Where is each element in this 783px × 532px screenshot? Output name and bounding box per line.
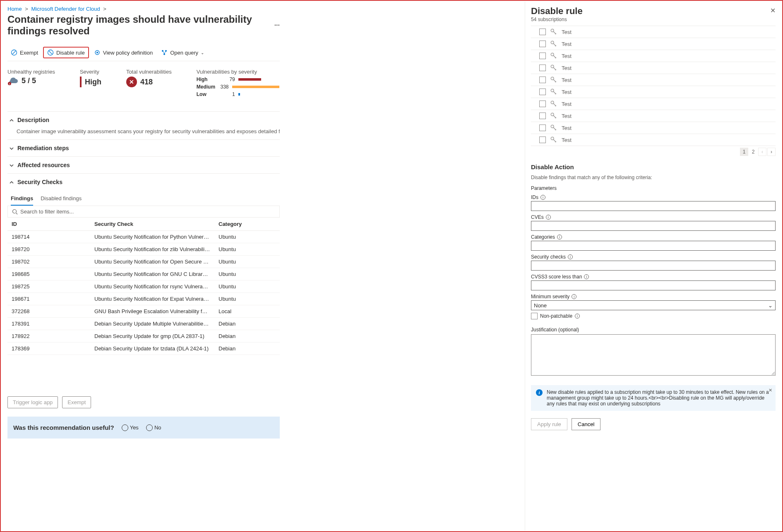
info-icon[interactable]: i bbox=[572, 294, 576, 299]
checkbox-icon[interactable] bbox=[539, 77, 546, 83]
checkbox-icon[interactable] bbox=[539, 53, 546, 59]
cell-id: 178369 bbox=[7, 343, 90, 355]
col-category[interactable]: Category bbox=[214, 218, 280, 231]
disable-rule-button[interactable]: Disable rule bbox=[43, 47, 89, 58]
non-patchable-checkbox[interactable]: Non-patchablei bbox=[531, 313, 776, 319]
subscription-row[interactable]: Test bbox=[531, 26, 776, 38]
cell-category: Ubuntu bbox=[214, 293, 280, 305]
sev-high-label: High bbox=[197, 77, 219, 82]
section-description-header[interactable]: Description bbox=[7, 112, 280, 128]
categories-input[interactable] bbox=[531, 241, 776, 251]
subscription-row[interactable]: Test bbox=[531, 134, 776, 146]
info-icon[interactable]: i bbox=[575, 314, 580, 319]
page-title: Container registry images should have vu… bbox=[7, 14, 280, 37]
exempt-icon bbox=[11, 49, 17, 56]
more-icon[interactable]: ··· bbox=[274, 22, 280, 29]
page-1[interactable]: 1 bbox=[740, 148, 748, 156]
ids-input[interactable] bbox=[531, 201, 776, 211]
table-row[interactable]: 198671Ubuntu Security Notification for E… bbox=[7, 293, 280, 305]
checkbox-icon[interactable] bbox=[539, 125, 546, 131]
trigger-logic-app-button[interactable]: Trigger logic app bbox=[7, 396, 58, 408]
breadcrumb-defender[interactable]: Microsoft Defender for Cloud bbox=[31, 6, 100, 12]
subscription-row[interactable]: Test bbox=[531, 110, 776, 122]
subscription-row[interactable]: Test bbox=[531, 74, 776, 86]
info-icon[interactable]: i bbox=[546, 215, 551, 220]
info-icon[interactable]: i bbox=[540, 195, 545, 200]
section-affected-header[interactable]: Affected resources bbox=[7, 157, 280, 173]
table-row[interactable]: 178922Debian Security Update for gmp (DL… bbox=[7, 330, 280, 343]
parameters-heading: Parameters bbox=[531, 185, 776, 191]
key-icon bbox=[550, 100, 557, 108]
page-prev-icon[interactable]: ‹ bbox=[758, 148, 766, 156]
table-row[interactable]: 178369Debian Security Update for tzdata … bbox=[7, 343, 280, 355]
tab-disabled-findings[interactable]: Disabled findings bbox=[41, 192, 82, 206]
exempt-button-bottom[interactable]: Exempt bbox=[62, 396, 91, 408]
svg-text:!: ! bbox=[9, 83, 10, 85]
open-query-button[interactable]: Open query ⌄ bbox=[158, 47, 207, 58]
apply-rule-button[interactable]: Apply rule bbox=[531, 418, 567, 430]
subscription-row[interactable]: Test bbox=[531, 62, 776, 74]
cvss-input[interactable] bbox=[531, 280, 776, 290]
query-icon bbox=[161, 49, 168, 56]
table-row[interactable]: 198720Ubuntu Security Notification for z… bbox=[7, 243, 280, 256]
checkbox-icon[interactable] bbox=[539, 113, 546, 119]
stat-by-severity: Vulnerabilities by severity High79 Mediu… bbox=[197, 69, 279, 99]
table-row[interactable]: 372268GNU Bash Privilege Escalation Vuln… bbox=[7, 305, 280, 318]
checkbox-icon[interactable] bbox=[539, 41, 546, 47]
col-id[interactable]: ID bbox=[7, 218, 90, 231]
info-icon[interactable]: i bbox=[568, 254, 573, 259]
subscription-name: Test bbox=[562, 125, 572, 131]
col-check[interactable]: Security Check bbox=[90, 218, 214, 231]
chevron-right-icon: > bbox=[25, 6, 28, 12]
svg-line-1 bbox=[12, 51, 16, 54]
min-severity-label: Minimum severityi bbox=[531, 294, 776, 300]
stat-value: 5 / 5 bbox=[22, 77, 36, 85]
page-next-icon[interactable]: › bbox=[767, 148, 776, 156]
section-checks-header[interactable]: Security Checks bbox=[7, 174, 280, 190]
info-icon[interactable]: i bbox=[584, 274, 589, 279]
close-icon[interactable]: ✕ bbox=[769, 388, 772, 393]
table-row[interactable]: 198685Ubuntu Security Notification for G… bbox=[7, 268, 280, 280]
table-row[interactable]: 198702Ubuntu Security Notification for O… bbox=[7, 256, 280, 268]
table-row[interactable]: 178391Debian Security Update Multiple Vu… bbox=[7, 318, 280, 330]
checkbox-icon bbox=[531, 313, 538, 319]
close-icon[interactable]: ✕ bbox=[770, 7, 776, 14]
tab-findings[interactable]: Findings bbox=[11, 192, 33, 206]
cell-id: 178391 bbox=[7, 318, 90, 330]
svg-line-3 bbox=[49, 51, 52, 54]
sev-low-bar bbox=[238, 93, 240, 96]
exempt-button[interactable]: Exempt bbox=[7, 47, 41, 58]
info-icon[interactable]: i bbox=[557, 235, 562, 240]
subscription-row[interactable]: Test bbox=[531, 38, 776, 50]
justification-textarea[interactable] bbox=[531, 334, 776, 376]
subscription-row[interactable]: Test bbox=[531, 50, 776, 62]
table-row[interactable]: 198714Ubuntu Security Notification for P… bbox=[7, 231, 280, 243]
cell-category: Ubuntu bbox=[214, 243, 280, 256]
findings-table: ID Security Check Category 198714Ubuntu … bbox=[7, 218, 280, 355]
chevron-down-icon bbox=[9, 163, 14, 168]
subscription-row[interactable]: Test bbox=[531, 122, 776, 134]
subscription-name: Test bbox=[562, 65, 572, 71]
feedback-yes[interactable]: Yes bbox=[122, 424, 139, 431]
security-checks-input[interactable] bbox=[531, 261, 776, 271]
subscription-row[interactable]: Test bbox=[531, 98, 776, 110]
checkbox-icon[interactable] bbox=[539, 137, 546, 143]
checkbox-icon[interactable] bbox=[539, 29, 546, 35]
key-icon bbox=[550, 112, 557, 120]
subscription-row[interactable]: Test bbox=[531, 86, 776, 98]
cancel-button[interactable]: Cancel bbox=[572, 418, 600, 430]
breadcrumb-home[interactable]: Home bbox=[7, 6, 22, 12]
view-policy-button[interactable]: View policy definition bbox=[91, 47, 156, 58]
table-row[interactable]: 198725Ubuntu Security Notification for r… bbox=[7, 280, 280, 293]
checkbox-icon[interactable] bbox=[539, 89, 546, 95]
section-title: Remediation steps bbox=[17, 145, 69, 151]
search-input[interactable]: Search to filter items... bbox=[7, 206, 280, 218]
stat-value: High bbox=[85, 78, 101, 86]
checkbox-icon[interactable] bbox=[539, 65, 546, 71]
section-remediation-header[interactable]: Remediation steps bbox=[7, 140, 280, 156]
min-severity-select[interactable]: None⌄ bbox=[531, 300, 776, 310]
page-2[interactable]: 2 bbox=[749, 148, 757, 156]
feedback-no[interactable]: No bbox=[146, 424, 161, 431]
checkbox-icon[interactable] bbox=[539, 101, 546, 107]
cves-input[interactable] bbox=[531, 221, 776, 231]
